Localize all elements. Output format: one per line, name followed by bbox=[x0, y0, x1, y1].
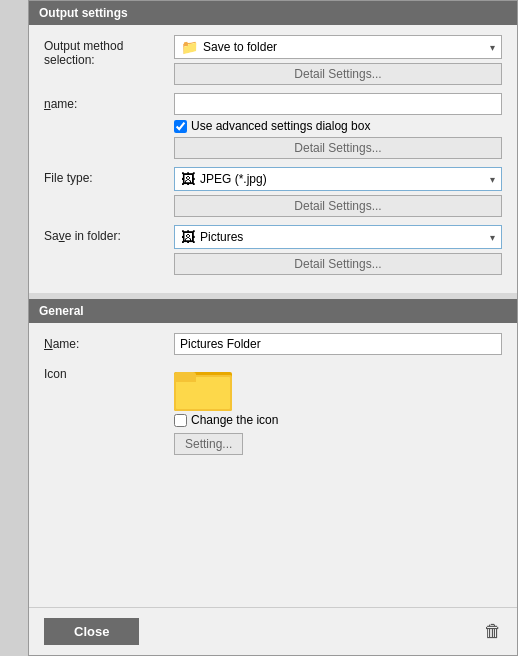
file-type-detail-btn[interactable]: Detail Settings... bbox=[174, 195, 502, 217]
name-label: Name: bbox=[44, 333, 174, 351]
file-type-controls: 🖼 JPEG (*.jpg) ▾ Detail Settings... bbox=[174, 167, 502, 217]
icon-label: Icon bbox=[44, 363, 174, 381]
name-controls bbox=[174, 333, 502, 355]
output-method-row: Output method selection: 📁 Save to folde… bbox=[44, 35, 502, 85]
output-method-detail-btn[interactable]: Detail Settings... bbox=[174, 63, 502, 85]
trash-icon[interactable]: 🗑 bbox=[484, 621, 502, 642]
file-name-input[interactable] bbox=[174, 93, 502, 115]
output-method-arrow: ▾ bbox=[490, 42, 495, 53]
save-in-folder-dropdown[interactable]: 🖼 Pictures ▾ bbox=[174, 225, 502, 249]
change-icon-label[interactable]: Change the icon bbox=[191, 413, 278, 427]
output-settings-body: Output method selection: 📁 Save to folde… bbox=[29, 25, 517, 293]
name-row: Name: bbox=[44, 333, 502, 355]
file-name-detail-btn[interactable]: Detail Settings... bbox=[174, 137, 502, 159]
close-button[interactable]: Close bbox=[44, 618, 139, 645]
folder-graphic bbox=[174, 363, 226, 407]
setting-btn[interactable]: Setting... bbox=[174, 433, 243, 455]
save-in-folder-arrow: ▾ bbox=[490, 232, 495, 243]
icon-row: Icon Change the icon Setting... bbox=[44, 363, 502, 455]
output-settings-header: Output settings bbox=[29, 1, 517, 25]
file-type-icon: 🖼 bbox=[181, 171, 195, 187]
output-method-label: Output method selection: bbox=[44, 35, 174, 67]
general-body: Name: Icon bbox=[29, 323, 517, 473]
folder-icon: 📁 bbox=[181, 39, 198, 55]
general-header: General bbox=[29, 299, 517, 323]
advanced-settings-label[interactable]: Use advanced settings dialog box bbox=[191, 119, 370, 133]
output-method-controls: 📁 Save to folder ▾ Detail Settings... bbox=[174, 35, 502, 85]
file-type-label: File type: bbox=[44, 167, 174, 185]
svg-rect-4 bbox=[174, 375, 196, 382]
output-method-value: Save to folder bbox=[203, 40, 490, 54]
file-name-row: name: Use advanced settings dialog box D… bbox=[44, 93, 502, 159]
file-type-row: File type: 🖼 JPEG (*.jpg) ▾ Detail Setti… bbox=[44, 167, 502, 217]
change-icon-checkbox[interactable] bbox=[174, 414, 187, 427]
pictures-icon: 🖼 bbox=[181, 229, 195, 245]
change-icon-row: Change the icon bbox=[174, 413, 278, 427]
save-in-folder-value: Pictures bbox=[200, 230, 490, 244]
save-in-folder-controls: 🖼 Pictures ▾ Detail Settings... bbox=[174, 225, 502, 275]
icon-controls: Change the icon Setting... bbox=[174, 363, 502, 455]
file-type-arrow: ▾ bbox=[490, 174, 495, 185]
save-in-folder-detail-btn[interactable]: Detail Settings... bbox=[174, 253, 502, 275]
file-type-dropdown[interactable]: 🖼 JPEG (*.jpg) ▾ bbox=[174, 167, 502, 191]
name-input[interactable] bbox=[174, 333, 502, 355]
footer: Close 🗑 bbox=[29, 607, 517, 655]
advanced-settings-checkbox-row: Use advanced settings dialog box bbox=[174, 119, 502, 133]
save-in-folder-label: Save in folder: bbox=[44, 225, 174, 243]
save-in-folder-row: Save in folder: 🖼 Pictures ▾ Detail Sett… bbox=[44, 225, 502, 275]
dialog: Output settings Output method selection:… bbox=[28, 0, 518, 656]
file-type-value: JPEG (*.jpg) bbox=[200, 172, 490, 186]
file-name-controls: Use advanced settings dialog box Detail … bbox=[174, 93, 502, 159]
advanced-settings-checkbox[interactable] bbox=[174, 120, 187, 133]
output-method-dropdown[interactable]: 📁 Save to folder ▾ bbox=[174, 35, 502, 59]
file-name-label: name: bbox=[44, 93, 174, 111]
